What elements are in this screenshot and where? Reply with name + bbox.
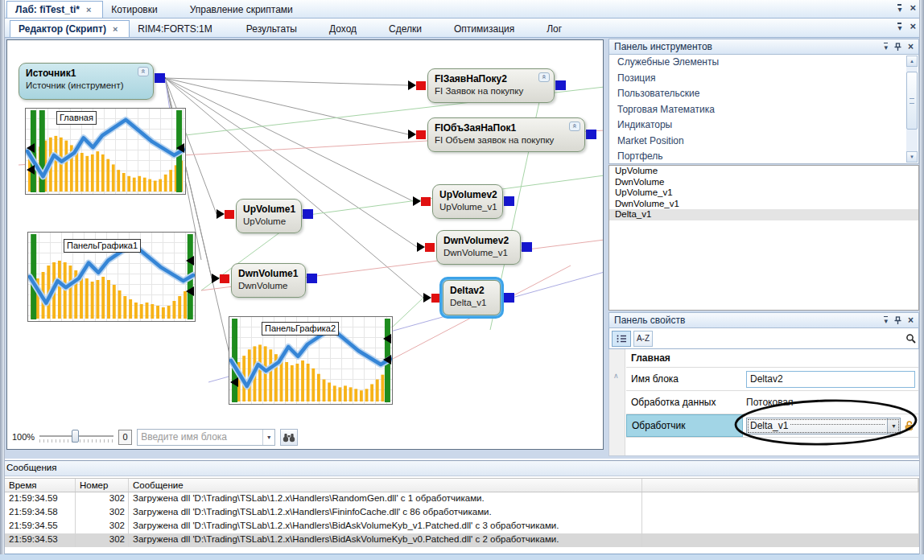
doc-menu-icon[interactable]: ▾	[897, 23, 901, 31]
toolbox-scrollbar[interactable]: ▲ ▼	[906, 56, 918, 163]
pin-icon[interactable]	[894, 43, 901, 51]
node-deltav2[interactable]: Deltav2Delta_v1	[443, 280, 501, 315]
toolbox-category-5[interactable]: Market Position	[609, 134, 918, 150]
node-upvolume1[interactable]: UpVolume1UpVolume	[236, 199, 302, 233]
document-tabbar: ▾ × Редактор (Скрипт)×RIM4:FORTS:1MРезул…	[0, 19, 924, 38]
find-block-button[interactable]	[280, 429, 298, 446]
col-time[interactable]: Время	[5, 479, 76, 492]
main-tab-0[interactable]: Котировки	[103, 2, 168, 18]
block-search-combo[interactable]: ▼	[137, 429, 275, 446]
toolbox-category-4[interactable]: Индикаторы	[609, 117, 918, 134]
scroll-down-icon[interactable]: ▼	[906, 151, 918, 163]
message-row-0[interactable]: 21:59:34.59302Загружена dll 'D:\Trading\…	[5, 492, 919, 506]
window-menu-icon[interactable]: ▾	[897, 4, 901, 13]
doc-tab-4[interactable]: Оптимизация	[446, 21, 526, 37]
message-row-1[interactable]: 21:59:34.58302Загружена dll 'D:\Trading\…	[5, 506, 919, 520]
zoom-slider[interactable]	[39, 429, 113, 445]
panel-label: Главная	[56, 111, 97, 125]
node-subtitle: DwnVolume_v1	[443, 247, 514, 259]
close-tab-icon[interactable]: ×	[113, 24, 118, 34]
categorized-icon	[617, 334, 627, 344]
node-title: Deltav2	[450, 284, 493, 297]
node-title: UpVolumev2	[439, 188, 496, 201]
node-istochnik1[interactable]: Источник1Источник (инструмент)«	[19, 63, 154, 100]
properties-panel: Панель свойств ▾ × A-Z ∧	[608, 312, 919, 457]
scrollbar-thumb[interactable]	[906, 72, 918, 130]
alphabetical-view-button[interactable]: A-Z	[633, 331, 653, 347]
handler-item-3[interactable]: DwnVolume_v1	[609, 199, 918, 210]
doc-close-icon[interactable]: ×	[910, 22, 916, 31]
property-label: Обработка данных	[626, 391, 743, 414]
properties-search[interactable]	[655, 331, 916, 347]
doc-active-tab[interactable]: Редактор (Скрипт)×	[10, 20, 130, 37]
categorized-view-button[interactable]	[612, 331, 631, 347]
property-row-handler: Обработчик Delta_v1 ▼	[626, 414, 918, 438]
toolbox-category-2[interactable]: Пользовательские	[609, 86, 918, 102]
handler-item-4[interactable]: Delta_v1	[609, 209, 918, 220]
collapse-icon[interactable]: «	[569, 121, 580, 131]
node-upvolumev2[interactable]: UpVolumev2UpVolume_v1	[432, 184, 503, 219]
doc-tab-2[interactable]: Доход	[321, 21, 368, 37]
message-row-3[interactable]: 21:59:34.53302Загружена dll 'D:\Trading\…	[5, 533, 919, 547]
node-subtitle: Delta_v1	[450, 297, 493, 309]
panel-menu-icon[interactable]: ▾	[884, 316, 888, 324]
messages-table-header: Время Номер Сообщение	[5, 478, 919, 492]
node-dwnvolumev2[interactable]: DwnVolumev2DwnVolume_v1	[436, 230, 521, 265]
chart-panel-2[interactable]: ПанельГрафика2	[229, 316, 393, 405]
close-icon[interactable]: ×	[908, 43, 914, 51]
toolbox-title: Панель инструментов	[614, 41, 884, 52]
panel-menu-icon[interactable]: ▾	[884, 43, 888, 51]
search-icon	[905, 333, 916, 344]
chevron-down-icon[interactable]: ▼	[262, 430, 274, 445]
toolbox-category-3[interactable]: Торговая Математика	[609, 102, 918, 118]
messages-panel: Сообщения Время Номер Сообщение 21:59:34…	[0, 459, 924, 554]
dotted-leader	[790, 424, 885, 425]
node-graph-canvas[interactable]: Источник1Источник (инструмент)«FIЗаявНаП…	[7, 40, 603, 425]
collapse-group-icon[interactable]: ∧	[613, 372, 619, 380]
close-icon[interactable]: ×	[908, 316, 914, 325]
chevron-down-icon[interactable]: ▼	[887, 418, 900, 434]
node-title: Источник1	[26, 67, 146, 80]
message-row-2[interactable]: 21:59:34.55302Загружена dll 'D:\Trading\…	[5, 520, 919, 533]
handler-combobox[interactable]: Delta_v1 ▼	[746, 418, 901, 434]
node-dwnvolume1[interactable]: DwnVolume1DwnVolume	[231, 263, 306, 298]
doc-tab-0[interactable]: RIM4:FORTS:1M	[130, 21, 223, 37]
doc-tab-5[interactable]: Лог	[538, 21, 573, 37]
handler-item-2[interactable]: UpVolume_v1	[609, 187, 918, 199]
unlock-icon[interactable]	[903, 419, 915, 431]
node-subtitle: FI Заявок на покупку	[435, 85, 547, 97]
collapse-icon[interactable]: «	[538, 72, 550, 82]
node-deltav2-selection[interactable]: Deltav2Delta_v1	[439, 277, 504, 319]
properties-search-input[interactable]	[655, 333, 905, 344]
messages-table: Время Номер Сообщение 21:59:34.59302Загр…	[5, 478, 919, 554]
block-search-input[interactable]	[138, 431, 262, 443]
property-group-header[interactable]: Главная	[626, 349, 918, 368]
close-tab-icon[interactable]: ×	[86, 5, 91, 14]
main-tab-1[interactable]: Управление скриптами	[182, 2, 304, 18]
pin-icon[interactable]	[894, 316, 901, 325]
property-row-block-name: Имя блока Deltav2	[626, 368, 918, 391]
node-title: DwnVolume1	[238, 267, 299, 280]
col-message[interactable]: Сообщение	[129, 479, 642, 492]
doc-tab-1[interactable]: Результаты	[238, 21, 308, 37]
collapse-icon[interactable]: «	[138, 67, 149, 76]
node-fiobyazayanapok1[interactable]: FIОбъЗаяНаПок1FI Объем заявок на покупку…	[427, 117, 585, 152]
toolbox-category-1[interactable]: Позиция	[609, 71, 918, 87]
handler-item-0[interactable]: UpVolume	[609, 166, 918, 177]
handler-item-1[interactable]: DwnVolume	[609, 177, 918, 188]
data-processing-value[interactable]: Потоковая	[746, 397, 794, 408]
col-number[interactable]: Номер	[76, 479, 129, 492]
chart-panel-0[interactable]: Главная	[25, 108, 186, 195]
doc-tab-3[interactable]: Сделки	[381, 21, 433, 37]
main-active-tab[interactable]: Лаб: fiTest_ti*×	[6, 1, 103, 18]
node-fizayavnapoku2[interactable]: FIЗаявНаПоку2FI Заявок на покупку«	[427, 68, 555, 103]
toolbox-category-6[interactable]: Портфель	[609, 149, 918, 164]
zoom-slider-thumb[interactable]	[72, 430, 79, 443]
toolbox-category-0[interactable]: Служебные Элементы	[609, 55, 918, 71]
scroll-up-icon[interactable]: ▲	[906, 56, 918, 67]
window-close-icon[interactable]: ×	[910, 3, 916, 13]
node-title: FIЗаявНаПоку2	[435, 72, 547, 85]
block-name-input[interactable]: Deltav2	[746, 371, 915, 388]
chart-panel-1[interactable]: ПанельГрафика1	[27, 232, 196, 322]
zoom-reset-button[interactable]: 0	[118, 430, 132, 445]
